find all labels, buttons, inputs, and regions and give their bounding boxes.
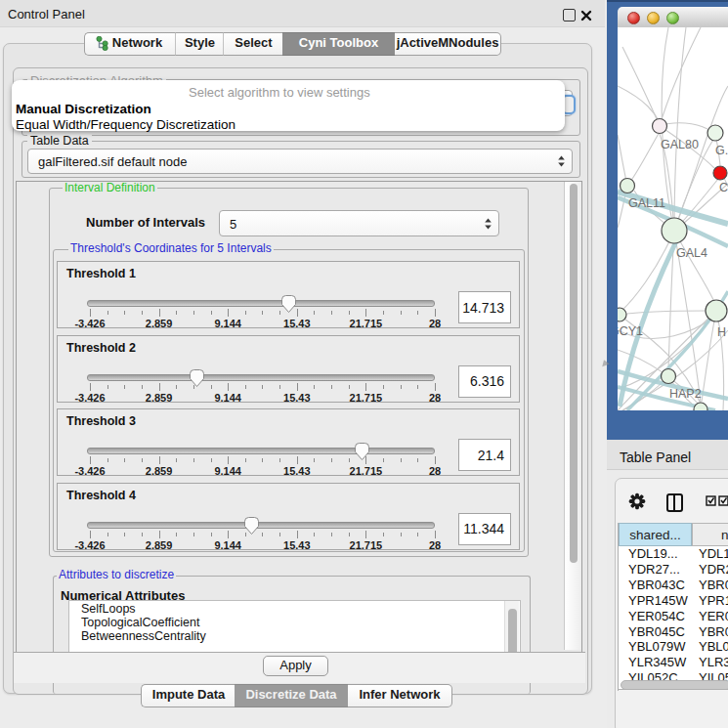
svg-text:GAL11: GAL11 xyxy=(628,196,665,210)
svg-text:GAL4: GAL4 xyxy=(676,246,707,260)
svg-text:C: C xyxy=(719,181,728,194)
svg-text:GCY1: GCY1 xyxy=(618,324,643,338)
svg-text:HAP2: HAP2 xyxy=(669,387,702,401)
svg-text:GAL80: GAL80 xyxy=(661,138,699,151)
svg-text:H: H xyxy=(717,325,726,339)
svg-text:G.: G. xyxy=(715,144,728,157)
